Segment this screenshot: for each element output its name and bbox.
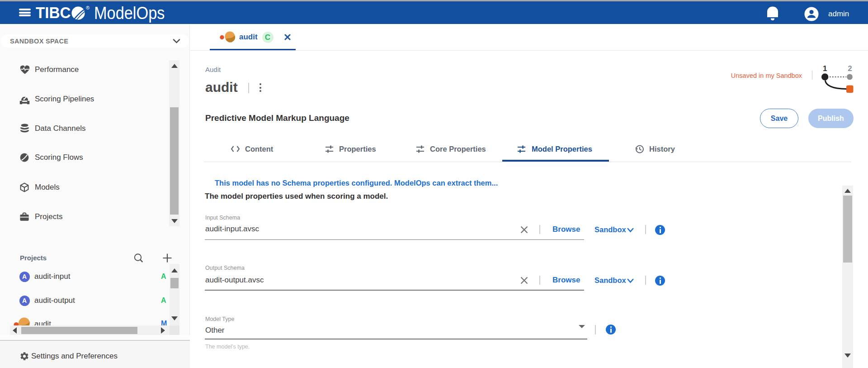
svg-text:1: 1 [823,64,827,73]
svg-text:2: 2 [848,64,852,73]
